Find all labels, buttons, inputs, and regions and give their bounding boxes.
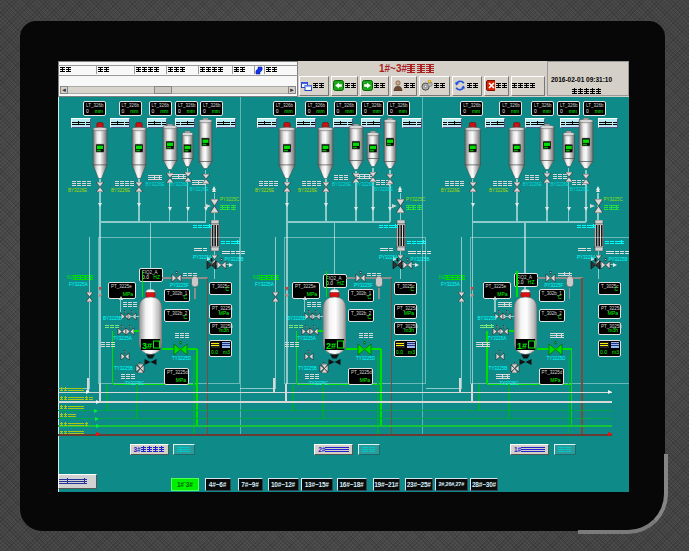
svg-text:1#: 1#: [517, 341, 527, 351]
svg-text:3#: 3#: [142, 341, 152, 351]
svg-text:2#: 2#: [326, 341, 336, 351]
